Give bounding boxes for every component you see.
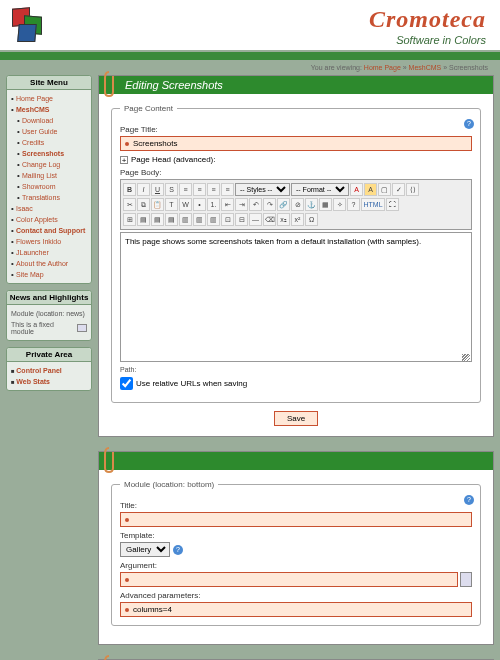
resize-handle[interactable]: [462, 354, 470, 362]
clean-icon[interactable]: ✧: [333, 198, 346, 211]
ul-icon[interactable]: •: [193, 198, 206, 211]
menu-item[interactable]: JLauncher: [16, 249, 49, 256]
editor-toolbar: B I U S ≡ ≡ ≡ ≡ -- Styles -- -- Format -…: [120, 179, 472, 230]
col-before-icon[interactable]: ▥: [179, 213, 192, 226]
menu-item[interactable]: Color Applets: [16, 216, 58, 223]
menu-item[interactable]: Flowers Inkido: [16, 238, 61, 245]
template-label: Template:: [120, 531, 472, 540]
argument-input[interactable]: [120, 572, 458, 587]
menu-item[interactable]: Credits: [22, 139, 44, 146]
module-panel-head: [99, 452, 493, 470]
cut-icon[interactable]: ✂: [123, 198, 136, 211]
help-icon[interactable]: ?: [173, 545, 183, 555]
image-icon[interactable]: ▢: [378, 183, 391, 196]
strike-icon[interactable]: S: [165, 183, 178, 196]
bg-color-icon[interactable]: A: [364, 183, 377, 196]
breadcrumb-link[interactable]: MeshCMS: [409, 64, 442, 71]
align-right-icon[interactable]: ≡: [207, 183, 220, 196]
save-button[interactable]: Save: [274, 411, 318, 426]
char-icon[interactable]: Ω: [305, 213, 318, 226]
menu-item[interactable]: Home Page: [16, 95, 53, 102]
code-icon[interactable]: ⟨⟩: [406, 183, 419, 196]
module-title-input[interactable]: [120, 512, 472, 527]
logo: [12, 8, 52, 48]
help-icon[interactable]: ?: [464, 495, 474, 505]
copy-icon[interactable]: ⧉: [137, 198, 150, 211]
styles-select[interactable]: -- Styles --: [235, 183, 290, 196]
row-after-icon[interactable]: ▤: [151, 213, 164, 226]
template-select[interactable]: Gallery: [120, 542, 170, 557]
spell-icon[interactable]: ✓: [392, 183, 405, 196]
relative-urls-checkbox[interactable]: [120, 377, 133, 390]
page-title-input[interactable]: [120, 136, 472, 151]
html-icon[interactable]: HTML: [361, 198, 385, 211]
menu-item[interactable]: Change Log: [22, 161, 60, 168]
menu-item[interactable]: User Guide: [22, 128, 57, 135]
site-menu-title: Site Menu: [7, 76, 91, 90]
adv-params-input[interactable]: [120, 602, 472, 617]
bold-icon[interactable]: B: [123, 183, 136, 196]
menu-item[interactable]: Download: [22, 117, 53, 124]
paste-word-icon[interactable]: W: [179, 198, 192, 211]
browse-icon[interactable]: [460, 572, 472, 587]
outdent-icon[interactable]: ⇤: [221, 198, 234, 211]
module-title-label: Title:: [120, 501, 472, 510]
split-icon[interactable]: ⊟: [235, 213, 248, 226]
help2-icon[interactable]: ?: [347, 198, 360, 211]
news-title: News and Highlights: [7, 291, 91, 305]
paste-icon[interactable]: 📋: [151, 198, 164, 211]
sup-icon[interactable]: x²: [291, 213, 304, 226]
page-head-label: Page Head (advanced):: [131, 155, 216, 164]
hr-icon[interactable]: —: [249, 213, 262, 226]
anchor-icon[interactable]: ⚓: [305, 198, 318, 211]
sidebar: Site Menu Home PageMeshCMSDownloadUser G…: [6, 75, 92, 660]
indent-icon[interactable]: ⇥: [235, 198, 248, 211]
format-select[interactable]: -- Format --: [291, 183, 349, 196]
paperclip-icon: [103, 654, 117, 660]
breadcrumb: You are viewing: Home Page » MeshCMS » S…: [0, 60, 500, 75]
private-menu-item[interactable]: Web Stats: [16, 378, 50, 385]
unlink-icon[interactable]: ⊘: [291, 198, 304, 211]
row-del-icon[interactable]: ▤: [165, 213, 178, 226]
menu-item[interactable]: About the Author: [16, 260, 68, 267]
menu-item[interactable]: Site Map: [16, 271, 44, 278]
undo-icon[interactable]: ↶: [249, 198, 262, 211]
ol-icon[interactable]: 1.: [207, 198, 220, 211]
paperclip-icon: [103, 446, 117, 476]
header: Cromoteca Software in Colors: [0, 0, 500, 52]
sub-icon[interactable]: x₂: [277, 213, 290, 226]
page-body-editor[interactable]: [120, 232, 472, 362]
fullscreen-icon[interactable]: ⛶: [386, 198, 399, 211]
menu-item[interactable]: MeshCMS: [16, 106, 49, 113]
expand-icon[interactable]: +: [120, 156, 128, 164]
menu-item[interactable]: Translations: [22, 194, 60, 201]
menu-item[interactable]: Screenshots: [22, 150, 64, 157]
breadcrumb-link[interactable]: Home Page: [364, 64, 401, 71]
italic-icon[interactable]: I: [137, 183, 150, 196]
paste-text-icon[interactable]: T: [165, 198, 178, 211]
menu-item[interactable]: Mailing List: [22, 172, 57, 179]
align-left-icon[interactable]: ≡: [179, 183, 192, 196]
image2-icon[interactable]: ▦: [319, 198, 332, 211]
help-icon[interactable]: ?: [464, 119, 474, 129]
private-menu-item[interactable]: Control Panel: [16, 367, 62, 374]
align-justify-icon[interactable]: ≡: [221, 183, 234, 196]
align-center-icon[interactable]: ≡: [193, 183, 206, 196]
remove-fmt-icon[interactable]: ⌫: [263, 213, 276, 226]
row-before-icon[interactable]: ▤: [137, 213, 150, 226]
underline-icon[interactable]: U: [151, 183, 164, 196]
page-body-label: Page Body:: [120, 168, 472, 177]
link-icon[interactable]: 🔗: [277, 198, 290, 211]
private-menu: Control PanelWeb Stats: [11, 365, 87, 387]
text-color-icon[interactable]: A: [350, 183, 363, 196]
page-title-label: Page Title:: [120, 125, 472, 134]
col-del-icon[interactable]: ▥: [207, 213, 220, 226]
menu-item[interactable]: Isaac: [16, 205, 33, 212]
redo-icon[interactable]: ↷: [263, 198, 276, 211]
menu-item[interactable]: Showroom: [22, 183, 55, 190]
merge-icon[interactable]: ⊡: [221, 213, 234, 226]
col-after-icon[interactable]: ▥: [193, 213, 206, 226]
main-content: Editing Screenshots Page Content ? Page …: [98, 75, 494, 660]
table-icon[interactable]: ⊞: [123, 213, 136, 226]
menu-item[interactable]: Contact and Support: [16, 227, 85, 234]
